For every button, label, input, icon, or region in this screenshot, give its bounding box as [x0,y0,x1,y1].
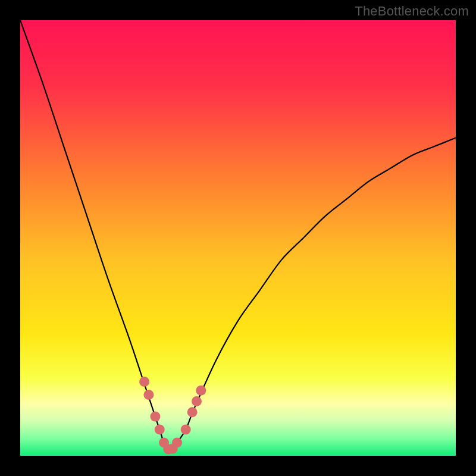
chart-svg [20,20,456,456]
bead [192,396,202,406]
bead [139,377,149,387]
bead [181,425,191,435]
plot-area [20,20,456,456]
bead [196,386,206,396]
bead [155,425,165,435]
gradient-background [20,20,456,456]
bead [143,390,154,400]
chart-frame: TheBottleneck.com [0,0,476,476]
bead [187,407,198,417]
bead [150,412,160,422]
bead [172,438,182,448]
watermark-text: TheBottleneck.com [355,4,469,19]
